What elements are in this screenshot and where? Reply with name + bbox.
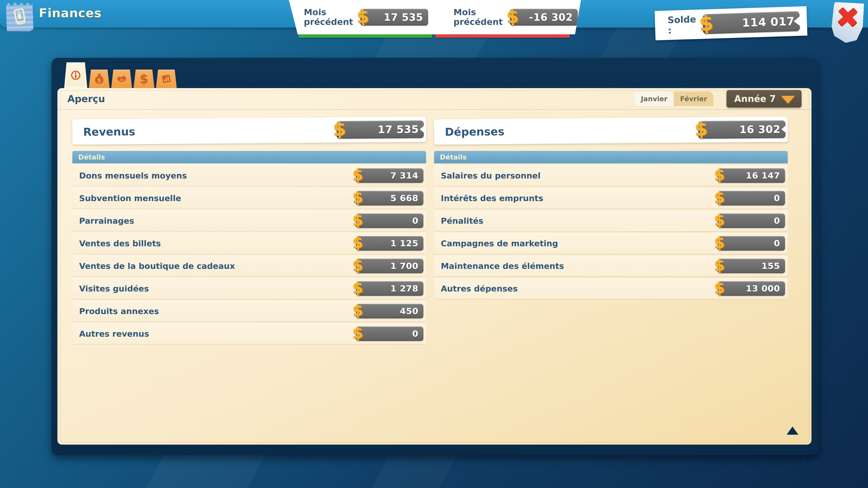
row-label: Dons mensuels moyens	[79, 171, 187, 180]
tab-charts[interactable]	[156, 70, 177, 88]
table-row: Ventes des billets $1 125	[72, 233, 426, 254]
row-value: 16 147	[746, 170, 780, 181]
table-row: Autres dépenses $13 000	[434, 278, 788, 299]
row-label: Pénalités	[441, 216, 483, 225]
previous-month-income: Mois précédent $ 17 535	[289, 0, 438, 34]
table-row: Dons mensuels moyens $7 314	[72, 165, 426, 186]
table-row: Pénalités $0	[434, 210, 788, 231]
income-positive-bar	[299, 34, 432, 38]
row-value-pill: $0	[356, 326, 423, 341]
table-row: Subvention mensuelle $5 668	[72, 188, 426, 208]
period-controls: Janvier Février Année 7	[634, 90, 802, 107]
table-row: Campagnes de marketing $0	[434, 233, 788, 254]
table-row: Autres revenus $0	[72, 323, 426, 344]
row-value: 0	[774, 216, 780, 226]
row-value-pill: $155	[718, 259, 785, 273]
sheet-header: Aperçu Janvier Février Année 7	[57, 88, 811, 110]
dollar-icon: $	[694, 120, 708, 139]
row-value: 7 314	[391, 170, 418, 181]
dollar-icon: $	[352, 167, 364, 183]
row-value: 450	[400, 306, 418, 316]
row-value-pill: $1 700	[356, 259, 423, 273]
info-icon	[70, 69, 82, 81]
tab-deals[interactable]	[111, 70, 132, 88]
previous-month-card: Mois précédent $ 17 535 Mois précédent $…	[289, 0, 581, 34]
revenues-details-header: Détails	[72, 151, 426, 163]
month-button-janvier[interactable]: Janvier	[634, 92, 674, 106]
row-label: Autres revenus	[79, 329, 149, 338]
dollar-icon: $	[714, 280, 725, 296]
month-button-fevrier[interactable]: Février	[674, 92, 713, 106]
expenses-header: Dépenses $ 16 302	[434, 117, 788, 144]
row-value: 5 668	[391, 193, 418, 203]
table-row: Maintenance des éléments $155	[434, 256, 788, 276]
row-value: 1 278	[391, 284, 418, 293]
expenses-column: Dépenses $ 16 302 Détails Salaires du pe…	[434, 118, 788, 346]
row-label: Intérêts des emprunts	[441, 194, 543, 203]
row-label: Campagnes de marketing	[441, 239, 558, 248]
row-label: Parrainages	[79, 216, 134, 225]
game-screen: { "currency": "$", "topbar": { "title": …	[0, 0, 868, 488]
row-value-pill: $450	[356, 304, 423, 318]
row-value-pill: $0	[718, 214, 785, 228]
previous-month-expense-value: -16 302	[529, 11, 573, 23]
row-label: Subvention mensuelle	[79, 194, 181, 203]
dollar-icon: $	[714, 213, 725, 228]
close-button[interactable]	[831, 2, 864, 44]
previous-month-income-pill: $ 17 535	[360, 9, 428, 26]
expenses-total-pill: $ 16 302	[698, 121, 786, 139]
balance-value: 114 017	[742, 15, 795, 29]
table-row: Intérêts des emprunts $0	[434, 188, 788, 208]
row-value-pill: $13 000	[718, 281, 785, 296]
row-label: Produits annexes	[79, 306, 159, 316]
row-value-pill: $0	[356, 214, 423, 228]
dollar-icon: $	[333, 120, 346, 139]
dollar-icon: $	[352, 280, 364, 296]
window-title: Finances	[39, 6, 102, 20]
row-value: 0	[774, 238, 780, 248]
dollar-icon: $	[506, 7, 520, 26]
previous-month-income-label: Mois précédent	[304, 7, 360, 27]
row-label: Maintenance des éléments	[441, 261, 564, 271]
row-value: 0	[412, 216, 418, 226]
dollar-icon: $	[714, 167, 725, 183]
year-dropdown[interactable]: Année 7	[726, 90, 802, 107]
previous-month-expense-pill: $ -16 302	[510, 9, 578, 26]
chart-icon	[160, 73, 172, 85]
dollar-icon: $	[352, 213, 364, 228]
year-dropdown-label: Année 7	[734, 94, 776, 104]
row-label: Ventes des billets	[79, 239, 161, 248]
table-row: Parrainages $0	[72, 210, 426, 231]
row-value-pill: $0	[718, 191, 785, 205]
row-value-pill: $7 314	[356, 168, 423, 183]
balance-card: Solde : $ 114 017	[655, 6, 807, 40]
dollar-icon: $	[714, 190, 725, 205]
table-row: Ventes de la boutique de cadeaux $1 700	[72, 256, 426, 276]
expense-negative-bar	[435, 34, 569, 38]
tab-cash[interactable]: $	[133, 70, 154, 88]
dollar-icon: $	[356, 7, 370, 26]
row-value-pill: $1 125	[356, 236, 423, 251]
section-title: Aperçu	[67, 93, 105, 104]
dollar-icon: $	[352, 235, 364, 251]
expenses-details-header: Détails	[434, 151, 788, 163]
row-value: 0	[412, 329, 418, 339]
previous-month-expense-label: Mois précédent	[454, 7, 510, 27]
row-value: 155	[762, 261, 780, 271]
tab-income[interactable]: $	[89, 70, 110, 88]
table-row: Visites guidées $1 278	[72, 278, 426, 299]
finances-window: $ $	[52, 58, 818, 455]
tab-overview[interactable]	[64, 62, 87, 88]
panel-edge-notch-right	[797, 459, 805, 470]
table-row: Salaires du personnel $16 147	[434, 165, 788, 186]
row-value: 1 700	[391, 261, 418, 271]
row-value-pill: $16 147	[718, 168, 785, 183]
revenues-column: Revenus $ 17 535 Détails Dons mensuels m…	[72, 118, 426, 346]
svg-text:$: $	[97, 77, 101, 84]
tab-bar: $ $	[64, 61, 177, 88]
dollar-icon: $	[352, 303, 364, 319]
panel-edge-notch-bottom	[786, 427, 798, 435]
dollar-icon: $	[140, 72, 149, 85]
row-value: 0	[774, 193, 780, 203]
revenues-total-value: 17 535	[378, 123, 419, 135]
